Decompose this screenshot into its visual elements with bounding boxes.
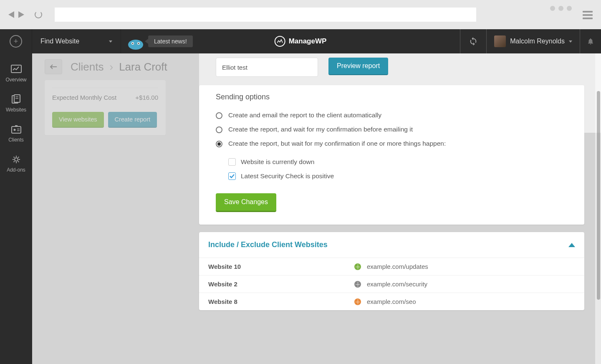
files-icon <box>10 94 22 104</box>
sidebar-item-websites[interactable]: Websites <box>0 88 32 119</box>
site-url: example.com/security <box>367 281 427 288</box>
checkbox-security-check[interactable] <box>228 172 236 180</box>
logo: ManageWP <box>275 36 327 47</box>
app-header: + Find Website Latest news! ManageWP Mal… <box>0 29 601 53</box>
id-card-icon <box>10 124 22 134</box>
gear-icon <box>10 154 22 164</box>
sidebar: Overview Websites Clients Add-ons <box>0 53 32 364</box>
news-label: Latest news! <box>154 38 187 45</box>
svg-point-15 <box>15 158 18 161</box>
find-website-label: Find Website <box>40 38 79 45</box>
collapse-toggle[interactable] <box>568 243 575 247</box>
report-name-input[interactable] <box>216 58 318 77</box>
plus-icon: + <box>10 35 22 48</box>
site-name: Website 10 <box>208 263 354 270</box>
site-row[interactable]: Website 10 example.com/updates <box>199 258 584 275</box>
window-dots <box>550 6 572 11</box>
site-url: example.com/seo <box>367 298 416 305</box>
sidebar-item-label: Clients <box>8 137 24 143</box>
sending-options-panel: Sending options Create and email the rep… <box>199 85 584 225</box>
site-url: example.com/updates <box>367 263 428 270</box>
browser-forward-button[interactable] <box>18 11 24 18</box>
news-bubble[interactable]: Latest news! <box>148 35 193 47</box>
breadcrumb-current: Lara Croft <box>119 61 167 73</box>
svg-rect-11 <box>15 125 18 127</box>
svg-point-3 <box>132 43 134 44</box>
checkbox-website-down-label: Website is currently down <box>241 158 314 166</box>
sync-icon <box>469 37 478 46</box>
chevron-right-icon: › <box>109 61 113 73</box>
site-name: Website 8 <box>208 298 354 305</box>
checkbox-security-check-label: Latest Security Check is positive <box>241 172 334 180</box>
svg-rect-5 <box>11 65 21 73</box>
sidebar-item-addons[interactable]: Add-ons <box>0 149 32 179</box>
radio-conditional[interactable] <box>216 141 222 147</box>
bell-icon <box>587 37 594 46</box>
globe-icon <box>354 263 361 270</box>
sidebar-item-label: Websites <box>6 107 26 113</box>
site-row[interactable]: Website 2 example.com/security <box>199 275 584 293</box>
svg-point-12 <box>13 129 15 131</box>
brand-name: ManageWP <box>289 37 327 46</box>
user-menu[interactable]: Malcolm Reynolds <box>487 29 580 53</box>
main-area: Clients › Lara Croft Expected Monthly Co… <box>32 53 601 364</box>
include-exclude-title: Include / Exclude Client Websites <box>208 240 328 249</box>
sending-options-title: Sending options <box>216 85 568 108</box>
user-name: Malcolm Reynolds <box>510 38 565 45</box>
check-icon <box>229 173 235 179</box>
chart-icon <box>10 64 22 74</box>
checkbox-website-down[interactable] <box>228 158 236 166</box>
sync-button[interactable] <box>460 29 487 53</box>
url-bar[interactable] <box>55 8 476 22</box>
sidebar-item-label: Add-ons <box>7 167 25 173</box>
sidebar-item-label: Overview <box>5 77 26 83</box>
preview-report-button[interactable]: Preview report <box>328 58 388 75</box>
cost-label: Expected Monthly Cost <box>52 94 116 101</box>
svg-rect-10 <box>12 126 21 133</box>
chevron-down-icon <box>569 40 572 43</box>
scrollbar-thumb[interactable] <box>597 91 600 300</box>
back-button[interactable] <box>45 59 62 74</box>
cost-value: +$16.00 <box>135 94 158 101</box>
svg-point-4 <box>138 43 139 44</box>
arrow-left-icon <box>49 64 58 70</box>
save-changes-button[interactable]: Save Changes <box>216 193 276 212</box>
radio-auto[interactable] <box>216 112 222 119</box>
mascot-icon <box>125 33 146 50</box>
radio-conditional-label: Create the report, but wait for my confi… <box>228 140 446 147</box>
site-name: Website 2 <box>208 281 354 288</box>
create-report-button[interactable]: Create report <box>108 112 157 128</box>
site-row[interactable]: Website 8 example.com/seo <box>199 293 584 310</box>
view-websites-button[interactable]: View websites <box>52 112 104 128</box>
radio-auto-label: Create and email the report to the clien… <box>228 111 381 119</box>
breadcrumb-parent[interactable]: Clients <box>71 61 104 73</box>
find-website-dropdown[interactable]: Find Website <box>32 29 121 53</box>
browser-back-button[interactable] <box>8 11 14 18</box>
notifications-button[interactable] <box>580 29 601 53</box>
scrollbar[interactable] <box>595 53 601 364</box>
globe-icon <box>354 298 361 305</box>
sidebar-item-clients[interactable]: Clients <box>0 119 32 149</box>
logo-icon <box>275 36 285 47</box>
browser-chrome <box>0 0 601 29</box>
chevron-down-icon <box>109 40 112 43</box>
hamburger-icon[interactable] <box>583 11 593 19</box>
avatar <box>494 35 506 47</box>
radio-confirm[interactable] <box>216 126 222 133</box>
globe-icon <box>354 281 361 288</box>
sidebar-item-overview[interactable]: Overview <box>0 58 32 88</box>
radio-confirm-label: Create the report, and wait for my confi… <box>228 126 413 133</box>
svg-point-0 <box>128 40 143 50</box>
reload-icon[interactable] <box>35 11 42 18</box>
add-button[interactable]: + <box>0 29 32 53</box>
include-exclude-panel: Include / Exclude Client Websites Websit… <box>199 232 584 310</box>
cost-card: Expected Monthly Cost +$16.00 View websi… <box>45 80 166 135</box>
